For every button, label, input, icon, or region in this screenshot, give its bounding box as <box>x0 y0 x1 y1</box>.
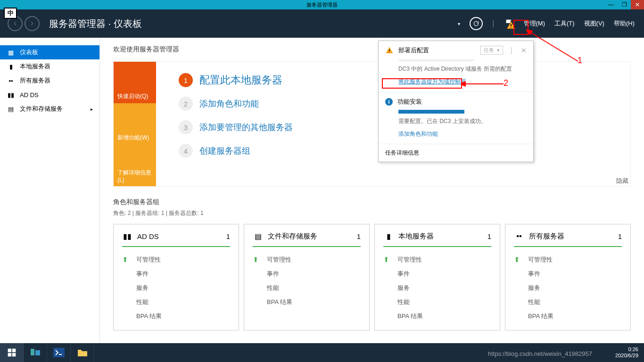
content: 欢迎使用服务器管理器 快速启动(Q) 新增功能(W) 了解详细信息(L) 1 配… <box>100 38 644 343</box>
tile-row[interactable]: 性能 <box>383 295 491 309</box>
step-configure-local[interactable]: 1 配置此本地服务器 <box>179 73 293 87</box>
tile-row[interactable]: 事件 <box>383 267 491 281</box>
taskbar-clock[interactable]: 0:26 2020/6/29 <box>615 346 638 359</box>
sidebar-item-dashboard[interactable]: ▦ 仪表板 <box>0 45 99 59</box>
info-icon: i <box>385 98 393 106</box>
ime-indicator[interactable]: 中 <box>4 8 17 19</box>
tasks-dropdown[interactable]: 任务▾ <box>480 46 503 55</box>
menu-view[interactable]: 视图(V) <box>584 19 604 28</box>
add-roles-link[interactable]: 添加角色和功能 <box>398 130 527 138</box>
storage-tile-icon: ▤ <box>253 231 263 241</box>
notification-close-button[interactable]: ✕ <box>521 47 527 54</box>
tile-row[interactable]: 事件 <box>253 267 361 281</box>
taskbar-explorer[interactable] <box>71 343 94 362</box>
taskbar-powershell[interactable] <box>47 343 71 362</box>
sidebar-item-local-server[interactable]: ▮ 本地服务器 <box>0 59 99 74</box>
window-controls: ― ❐ ✕ <box>604 0 644 9</box>
taskbar-server-manager[interactable] <box>24 343 47 362</box>
arrow-up-icon: ⬆ <box>122 255 132 264</box>
hide-link[interactable]: 隐藏 <box>616 177 628 185</box>
annotation-label-1: 1 <box>578 56 582 66</box>
tile-row[interactable]: BPA 结果 <box>253 295 361 309</box>
menu-help[interactable]: 帮助(H) <box>614 19 635 28</box>
sidebar-item-label: 仪表板 <box>20 48 38 57</box>
tile-row[interactable]: 服务 <box>383 281 491 295</box>
step-add-servers[interactable]: 3 添加要管理的其他服务器 <box>179 120 293 134</box>
tile-local-server[interactable]: ▮ 本地服务器 1 ⬆可管理性 事件 服务 性能 BPA 结果 <box>374 224 500 330</box>
tile-row[interactable]: ⬆可管理性 <box>514 253 622 267</box>
tile-adds[interactable]: ▮▮ AD DS 1 ⬆可管理性 事件 服务 性能 BPA 结果 <box>113 224 239 330</box>
arrow-left-icon <box>12 20 18 27</box>
svg-rect-7 <box>35 350 40 355</box>
step-number-icon: 3 <box>179 120 193 134</box>
step-create-group[interactable]: 4 创建服务器组 <box>179 144 293 158</box>
tab-learn-more[interactable]: 了解详细信息(L) <box>114 145 156 186</box>
quick-tabs: 快速启动(Q) 新增功能(W) 了解详细信息(L) <box>114 62 156 186</box>
tile-row[interactable]: ⬆可管理性 <box>122 253 230 267</box>
tile-row[interactable]: 事件 <box>122 267 230 281</box>
server-manager-icon <box>30 348 41 357</box>
progress-bar-complete <box>398 110 464 114</box>
tile-row[interactable]: BPA 结果 <box>514 309 622 323</box>
tile-row[interactable]: BPA 结果 <box>122 309 230 323</box>
notification-title: 部署后配置 <box>398 46 476 55</box>
sidebar-item-label: 文件和存储服务 <box>20 105 63 113</box>
sidebar-item-all-servers[interactable]: ▪▪ 所有服务器 <box>0 74 99 88</box>
header-dropdown-caret[interactable]: ▾ <box>458 21 460 26</box>
notification-section-2: i 功能安装 需要配置。已在 DC3 上安装成功。 添加角色和功能 <box>379 91 533 144</box>
close-button[interactable]: ✕ <box>631 0 644 9</box>
nav-forward-button[interactable] <box>25 16 40 31</box>
tab-whats-new[interactable]: 新增功能(W) <box>114 103 156 145</box>
sidebar-item-file-storage[interactable]: ▤ 文件和存储服务 ▸ <box>0 102 99 116</box>
tile-row[interactable]: BPA 结果 <box>383 309 491 323</box>
minimize-button[interactable]: ― <box>604 0 618 9</box>
tile-row[interactable]: 事件 <box>514 267 622 281</box>
arrow-up-icon: ⬆ <box>383 255 393 264</box>
tile-row[interactable]: 服务 <box>514 281 622 295</box>
breadcrumb-sep: · <box>108 18 114 29</box>
tile-row[interactable]: ⬆可管理性 <box>253 253 361 267</box>
step-number-icon: 4 <box>179 144 193 158</box>
window-title: 服务器管理器 <box>306 1 338 8</box>
folder-icon <box>77 348 88 357</box>
taskbar: https://blog.csdn.net/weixin_41982957 0:… <box>0 343 644 362</box>
svg-rect-3 <box>12 349 16 353</box>
sidebar-item-label: AD DS <box>20 91 39 99</box>
sidebar-item-label: 所有服务器 <box>20 76 50 85</box>
task-details-link[interactable]: 任务详细信息 <box>379 144 533 162</box>
roles-section-title: 角色和服务器组 <box>113 198 631 206</box>
servers-tile-icon: ▪▪ <box>514 231 524 241</box>
step-number-icon: 1 <box>179 73 193 87</box>
step-number-icon: 2 <box>179 97 193 111</box>
app-header: 服务器管理器 · 仪表板 ▾ | 管理(M) 工具(T) 视图(V) 帮助(H) <box>0 9 644 38</box>
watermark: https://blog.csdn.net/weixin_41982957 <box>488 350 592 357</box>
tile-row[interactable]: 性能 <box>514 295 622 309</box>
svg-rect-5 <box>12 353 16 357</box>
notification-popup: 部署后配置 任务▾ | ✕ DC3 中的 Active Directory 域服… <box>378 41 534 162</box>
tab-quick-start[interactable]: 快速启动(Q) <box>114 62 156 103</box>
sidebar: ▦ 仪表板 ▮ 本地服务器 ▪▪ 所有服务器 ▮▮ AD DS ▤ 文件和存储服… <box>0 38 100 343</box>
menu-tools[interactable]: 工具(T) <box>554 19 575 28</box>
sidebar-item-adds[interactable]: ▮▮ AD DS <box>0 88 99 102</box>
quick-start-panel: 快速启动(Q) 新增功能(W) 了解详细信息(L) 1 配置此本地服务器 2 添… <box>113 61 631 187</box>
tile-row[interactable]: 性能 <box>122 295 230 309</box>
roles-section-subtitle: 角色: 2 | 服务器组: 1 | 服务器总数: 1 <box>113 209 631 217</box>
tile-row[interactable]: 服务 <box>122 281 230 295</box>
svg-rect-4 <box>8 353 11 357</box>
arrow-right-icon <box>29 20 35 27</box>
svg-rect-6 <box>31 349 34 355</box>
tile-all-servers[interactable]: ▪▪ 所有服务器 1 ⬆可管理性 事件 服务 性能 BPA 结果 <box>505 224 631 330</box>
start-button[interactable] <box>0 343 24 362</box>
tile-row[interactable]: ⬆可管理性 <box>383 253 491 267</box>
step-add-roles[interactable]: 2 添加角色和功能 <box>179 97 293 111</box>
tile-row[interactable]: 性能 <box>253 281 361 295</box>
menu-manage[interactable]: 管理(M) <box>524 19 545 28</box>
refresh-button[interactable] <box>470 17 483 30</box>
maximize-button[interactable]: ❐ <box>618 0 631 9</box>
tile-separator <box>122 246 230 247</box>
adds-tile-icon: ▮▮ <box>122 231 132 241</box>
breadcrumb-app: 服务器管理器 <box>49 18 106 29</box>
tile-file-storage[interactable]: ▤ 文件和存储服务 1 ⬆可管理性 事件 性能 BPA 结果 <box>244 224 370 330</box>
notification-desc: DC3 中的 Active Directory 域服务 所需的配置 <box>398 65 527 73</box>
notification-flag[interactable] <box>504 18 514 29</box>
